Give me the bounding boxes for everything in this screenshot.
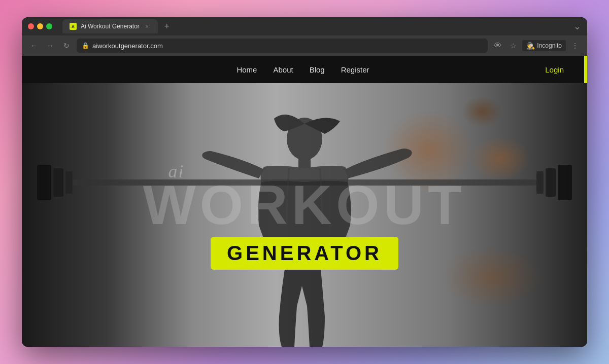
- close-button[interactable]: [28, 23, 34, 29]
- maximize-button[interactable]: [46, 23, 52, 29]
- tab-close-button[interactable]: ×: [144, 23, 151, 30]
- hero-section: ai WORKOUT GENERATOR: [22, 83, 587, 347]
- site-header: Home About Blog Register Login: [22, 56, 587, 83]
- reload-button[interactable]: ↻: [60, 40, 73, 52]
- browser-toolbar: ← → ↻ 🔒 aiworkoutgenerator.com 👁 ☆ 🕵 Inc…: [22, 35, 587, 56]
- nav-register[interactable]: Register: [341, 65, 369, 74]
- nav-home[interactable]: Home: [236, 65, 257, 74]
- nav-about[interactable]: About: [273, 65, 293, 74]
- nav-right: Login: [462, 65, 564, 74]
- hero-workout-text: WORKOUT: [143, 177, 466, 233]
- eye-slash-icon[interactable]: 👁: [492, 40, 504, 52]
- lock-icon: 🔒: [82, 42, 89, 49]
- minimize-button[interactable]: [37, 23, 43, 29]
- traffic-lights: [28, 23, 52, 29]
- tab-title: Ai Workout Generator: [81, 23, 140, 30]
- incognito-badge: 🕵 Incognito: [522, 40, 566, 51]
- hero-generator-badge: GENERATOR: [211, 237, 398, 270]
- more-options-button[interactable]: ⋮: [569, 40, 581, 52]
- new-tab-button[interactable]: +: [160, 19, 174, 33]
- window-controls[interactable]: ⌄: [573, 21, 581, 32]
- address-text: aiworkoutgenerator.com: [92, 42, 163, 50]
- hero-text-container: ai WORKOUT GENERATOR: [22, 83, 587, 347]
- site-navbar: Home About Blog Register Login: [22, 56, 584, 83]
- back-button[interactable]: ←: [28, 40, 40, 52]
- toolbar-actions: 👁 ☆ 🕵 Incognito ⋮: [492, 40, 581, 52]
- nav-accent-bar: [584, 56, 587, 83]
- forward-button[interactable]: →: [44, 40, 56, 52]
- tab-favicon: A: [70, 23, 77, 30]
- tab-bar: A Ai Workout Generator × +: [62, 19, 569, 33]
- active-tab[interactable]: A Ai Workout Generator ×: [62, 19, 158, 33]
- nav-login[interactable]: Login: [545, 65, 564, 74]
- browser-window: A Ai Workout Generator × + ⌄ ← → ↻ 🔒 aiw…: [22, 17, 587, 347]
- website-content: Home About Blog Register Login: [22, 56, 587, 347]
- address-bar[interactable]: 🔒 aiworkoutgenerator.com: [77, 39, 488, 53]
- incognito-label: Incognito: [537, 42, 562, 49]
- titlebar: A Ai Workout Generator × + ⌄: [22, 17, 587, 35]
- star-icon[interactable]: ☆: [507, 40, 519, 52]
- nav-blog[interactable]: Blog: [310, 65, 325, 74]
- hero-generator-text: GENERATOR: [227, 242, 382, 265]
- nav-links: Home About Blog Register: [236, 65, 369, 74]
